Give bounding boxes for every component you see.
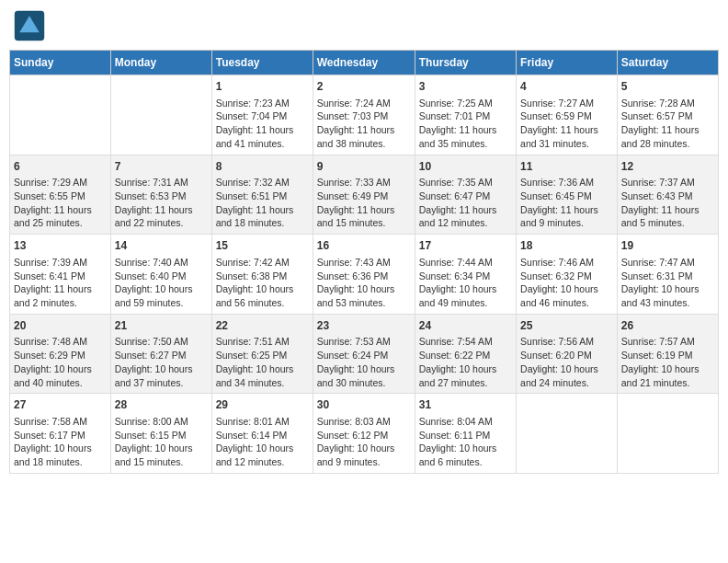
calendar-cell: 11Sunrise: 7:36 AMSunset: 6:45 PMDayligh… — [517, 155, 618, 235]
day-number: 14 — [115, 238, 208, 254]
calendar-table: SundayMondayTuesdayWednesdayThursdayFrid… — [9, 50, 719, 474]
day-number: 17 — [419, 238, 512, 254]
daylight-text: Daylight: 11 hours and 15 minutes. — [317, 204, 395, 229]
calendar-cell — [110, 75, 211, 155]
day-number: 4 — [520, 79, 613, 95]
calendar-cell: 4Sunrise: 7:27 AMSunset: 6:59 PMDaylight… — [517, 75, 618, 155]
daylight-text: Daylight: 11 hours and 5 minutes. — [621, 204, 700, 229]
sunrise-text: Sunrise: 7:46 AM — [520, 257, 594, 268]
logo-icon — [13, 9, 46, 42]
day-number: 20 — [14, 318, 107, 334]
daylight-text: Daylight: 10 hours and 56 minutes. — [216, 283, 294, 308]
daylight-text: Daylight: 11 hours and 41 minutes. — [216, 124, 294, 149]
calendar-cell: 30Sunrise: 8:03 AMSunset: 6:12 PMDayligh… — [313, 394, 415, 474]
calendar-cell: 12Sunrise: 7:37 AMSunset: 6:43 PMDayligh… — [617, 155, 718, 235]
daylight-text: Daylight: 11 hours and 9 minutes. — [520, 204, 598, 229]
week-row-2: 6Sunrise: 7:29 AMSunset: 6:55 PMDaylight… — [10, 155, 719, 235]
day-number: 30 — [317, 397, 411, 413]
daylight-text: Daylight: 10 hours and 37 minutes. — [115, 363, 193, 388]
sunset-text: Sunset: 6:31 PM — [621, 270, 693, 282]
sunrise-text: Sunrise: 7:35 AM — [419, 177, 493, 188]
daylight-text: Daylight: 10 hours and 46 minutes. — [520, 283, 598, 308]
daylight-text: Daylight: 10 hours and 12 minutes. — [216, 442, 294, 467]
sunrise-text: Sunrise: 7:33 AM — [317, 177, 391, 188]
calendar-cell: 1Sunrise: 7:23 AMSunset: 7:04 PMDaylight… — [211, 75, 313, 155]
sunset-text: Sunset: 6:43 PM — [621, 190, 693, 201]
sunset-text: Sunset: 6:19 PM — [621, 350, 693, 361]
sunset-text: Sunset: 7:01 PM — [419, 110, 491, 121]
day-header-friday: Friday — [517, 51, 618, 75]
sunset-text: Sunset: 7:04 PM — [216, 110, 288, 121]
daylight-text: Daylight: 10 hours and 40 minutes. — [14, 363, 92, 388]
sunset-text: Sunset: 6:22 PM — [419, 350, 491, 361]
daylight-text: Daylight: 10 hours and 30 minutes. — [317, 363, 395, 388]
day-number: 13 — [14, 238, 107, 254]
calendar-cell: 6Sunrise: 7:29 AMSunset: 6:55 PMDaylight… — [10, 155, 111, 235]
calendar-cell: 31Sunrise: 8:04 AMSunset: 6:11 PMDayligh… — [415, 394, 516, 474]
calendar-cell — [517, 394, 618, 474]
calendar-cell: 14Sunrise: 7:40 AMSunset: 6:40 PMDayligh… — [110, 235, 211, 315]
daylight-text: Daylight: 11 hours and 2 minutes. — [14, 283, 92, 308]
sunrise-text: Sunrise: 7:27 AM — [520, 98, 594, 109]
daylight-text: Daylight: 10 hours and 59 minutes. — [115, 283, 193, 308]
sunset-text: Sunset: 6:41 PM — [14, 270, 85, 282]
day-number: 3 — [419, 79, 512, 95]
sunset-text: Sunset: 6:57 PM — [621, 110, 693, 121]
sunset-text: Sunset: 6:59 PM — [520, 110, 592, 121]
daylight-text: Daylight: 10 hours and 53 minutes. — [317, 283, 395, 308]
daylight-text: Daylight: 10 hours and 43 minutes. — [621, 283, 700, 308]
day-number: 10 — [419, 159, 512, 175]
day-number: 11 — [520, 159, 613, 175]
sunrise-text: Sunrise: 7:23 AM — [216, 98, 290, 109]
day-number: 29 — [216, 397, 309, 413]
calendar-cell: 23Sunrise: 7:53 AMSunset: 6:24 PMDayligh… — [313, 314, 415, 394]
sunrise-text: Sunrise: 7:32 AM — [216, 177, 290, 188]
sunset-text: Sunset: 6:29 PM — [14, 350, 85, 361]
calendar-cell: 25Sunrise: 7:56 AMSunset: 6:20 PMDayligh… — [517, 314, 618, 394]
sunset-text: Sunset: 6:34 PM — [419, 270, 491, 282]
sunset-text: Sunset: 6:27 PM — [115, 350, 187, 361]
calendar-cell: 15Sunrise: 7:42 AMSunset: 6:38 PMDayligh… — [211, 235, 313, 315]
sunrise-text: Sunrise: 7:24 AM — [317, 98, 391, 109]
calendar-cell — [617, 394, 718, 474]
day-header-monday: Monday — [110, 51, 211, 75]
sunrise-text: Sunrise: 8:03 AM — [317, 416, 391, 427]
calendar-cell: 20Sunrise: 7:48 AMSunset: 6:29 PMDayligh… — [10, 314, 111, 394]
day-header-thursday: Thursday — [415, 51, 516, 75]
sunset-text: Sunset: 6:32 PM — [520, 270, 592, 282]
sunrise-text: Sunrise: 7:58 AM — [14, 416, 87, 427]
calendar-cell — [10, 75, 111, 155]
calendar-cell: 22Sunrise: 7:51 AMSunset: 6:25 PMDayligh… — [211, 314, 313, 394]
sunrise-text: Sunrise: 7:40 AM — [115, 257, 188, 268]
calendar-cell: 18Sunrise: 7:46 AMSunset: 6:32 PMDayligh… — [517, 235, 618, 315]
day-number: 19 — [621, 238, 714, 254]
calendar-cell: 29Sunrise: 8:01 AMSunset: 6:14 PMDayligh… — [211, 394, 313, 474]
sunrise-text: Sunrise: 7:25 AM — [419, 98, 493, 109]
sunset-text: Sunset: 6:51 PM — [216, 190, 288, 201]
sunrise-text: Sunrise: 7:42 AM — [216, 257, 290, 268]
day-number: 16 — [317, 238, 411, 254]
day-number: 26 — [621, 318, 714, 334]
daylight-text: Daylight: 10 hours and 34 minutes. — [216, 363, 294, 388]
sunrise-text: Sunrise: 8:00 AM — [115, 416, 188, 427]
day-number: 7 — [115, 159, 208, 175]
daylight-text: Daylight: 11 hours and 35 minutes. — [419, 124, 497, 149]
daylight-text: Daylight: 11 hours and 38 minutes. — [317, 124, 395, 149]
sunrise-text: Sunrise: 7:51 AM — [216, 336, 290, 347]
week-row-3: 13Sunrise: 7:39 AMSunset: 6:41 PMDayligh… — [10, 235, 719, 315]
sunset-text: Sunset: 6:11 PM — [419, 430, 491, 441]
day-header-tuesday: Tuesday — [211, 51, 313, 75]
week-row-5: 27Sunrise: 7:58 AMSunset: 6:17 PMDayligh… — [10, 394, 719, 474]
week-row-4: 20Sunrise: 7:48 AMSunset: 6:29 PMDayligh… — [10, 314, 719, 394]
sunset-text: Sunset: 6:12 PM — [317, 430, 389, 441]
day-number: 15 — [216, 238, 309, 254]
sunrise-text: Sunrise: 7:36 AM — [520, 177, 594, 188]
sunset-text: Sunset: 6:40 PM — [115, 270, 187, 282]
calendar-cell: 5Sunrise: 7:28 AMSunset: 6:57 PMDaylight… — [617, 75, 718, 155]
sunset-text: Sunset: 6:20 PM — [520, 350, 592, 361]
calendar-cell: 2Sunrise: 7:24 AMSunset: 7:03 PMDaylight… — [313, 75, 415, 155]
daylight-text: Daylight: 10 hours and 21 minutes. — [621, 363, 700, 388]
daylight-text: Daylight: 10 hours and 49 minutes. — [419, 283, 497, 308]
day-number: 5 — [621, 79, 714, 95]
sunset-text: Sunset: 6:38 PM — [216, 270, 288, 282]
